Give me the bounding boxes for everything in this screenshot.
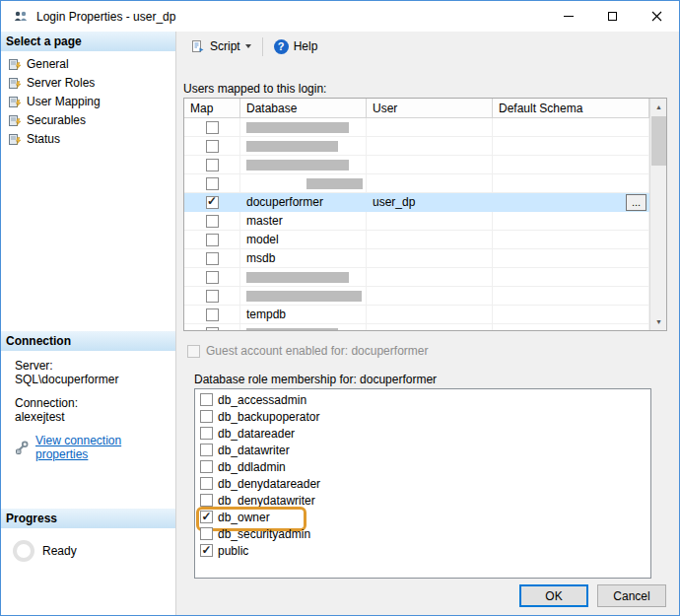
role-row-db_owner[interactable]: db_owner — [195, 509, 650, 525]
role-checkbox[interactable] — [200, 410, 213, 423]
maximize-button[interactable] — [590, 1, 635, 32]
column-header-database[interactable]: Database — [240, 99, 367, 117]
database-cell: master — [240, 212, 367, 231]
map-checkbox[interactable] — [206, 234, 219, 246]
column-header-user[interactable]: User — [367, 99, 493, 117]
mapping-row-model[interactable]: model — [184, 231, 649, 249]
map-checkbox[interactable] — [206, 159, 219, 171]
default-schema-cell — [493, 231, 649, 249]
sidebar-item-status[interactable]: Status — [1, 129, 175, 148]
role-row-db_datareader[interactable]: db_datareader — [195, 425, 650, 442]
sidebar-item-label: User Mapping — [27, 95, 101, 108]
help-button[interactable]: ? Help — [267, 35, 325, 58]
database-cell — [240, 174, 367, 193]
minimize-icon — [564, 16, 574, 17]
script-button-label: Script — [210, 39, 240, 53]
user-cell — [367, 118, 493, 137]
sidebar-item-securables[interactable]: Securables — [1, 110, 175, 129]
minimize-button[interactable] — [546, 1, 590, 32]
map-checkbox[interactable] — [206, 308, 219, 321]
user-mapping-table: Map Database User Default Schema docuper… — [183, 98, 667, 331]
role-row-db_datawriter[interactable]: db_datawriter — [195, 442, 650, 458]
view-connection-properties-link[interactable]: View connection properties — [35, 434, 168, 461]
sidebar-item-server-roles[interactable]: Server Roles — [1, 73, 175, 92]
mapping-row[interactable] — [184, 118, 649, 137]
map-checkbox[interactable] — [206, 290, 219, 303]
role-checkbox[interactable] — [200, 427, 213, 440]
mapping-row-docuperformer[interactable]: docuperformeruser_dp... — [184, 193, 649, 212]
scroll-down-arrow-icon[interactable]: ▼ — [650, 313, 667, 330]
role-checkbox[interactable] — [200, 494, 213, 507]
connection-value: alexejtest — [15, 410, 168, 424]
close-button[interactable] — [635, 1, 679, 32]
page-icon — [8, 132, 22, 146]
role-label: db_datawriter — [218, 444, 290, 457]
scrollbar-thumb[interactable] — [651, 116, 666, 166]
default-schema-cell — [493, 118, 649, 137]
role-label: db_datareader — [218, 427, 295, 441]
map-checkbox[interactable] — [206, 140, 219, 153]
role-row-db_backupoperator[interactable]: db_backupoperator — [195, 408, 650, 425]
default-schema-cell — [493, 287, 649, 306]
vertical-scrollbar[interactable]: ▲ ▼ — [649, 99, 666, 330]
dialog-body: Select a page GeneralServer RolesUser Ma… — [1, 32, 679, 615]
role-list: db_accessadmindb_backupoperatordb_datare… — [194, 388, 651, 579]
role-checkbox[interactable] — [200, 511, 213, 523]
role-checkbox[interactable] — [200, 477, 213, 490]
role-row-db_ddladmin[interactable]: db_ddladmin — [195, 458, 650, 475]
map-checkbox[interactable] — [206, 327, 219, 332]
role-checkbox[interactable] — [200, 527, 213, 540]
role-row-db_denydatawriter[interactable]: db_denydatawriter — [195, 492, 650, 509]
sidebar-item-user-mapping[interactable]: User Mapping — [1, 92, 175, 110]
map-cell — [184, 212, 240, 231]
role-checkbox[interactable] — [200, 544, 213, 557]
role-row-public[interactable]: public — [195, 542, 650, 559]
maximize-icon — [608, 12, 617, 21]
map-checkbox[interactable] — [206, 215, 219, 228]
default-schema-cell — [493, 156, 649, 174]
user-cell — [367, 324, 493, 331]
user-cell — [367, 137, 493, 156]
role-checkbox[interactable] — [200, 393, 213, 406]
mapping-row[interactable] — [184, 324, 649, 331]
role-label: db_owner — [218, 511, 270, 524]
connection-label: Connection: — [15, 396, 168, 410]
sidebar-item-label: Status — [27, 132, 60, 146]
map-cell — [184, 137, 240, 156]
mapping-row[interactable] — [184, 137, 649, 156]
map-checkbox[interactable] — [206, 271, 219, 284]
role-checkbox[interactable] — [200, 460, 213, 473]
guest-account-label: Guest account enabled for: docuperformer — [206, 344, 428, 358]
role-row-db_accessadmin[interactable]: db_accessadmin — [195, 391, 650, 408]
role-row-db_denydatareader[interactable]: db_denydatareader — [195, 475, 650, 492]
redacted-database-name — [246, 122, 349, 133]
mapping-row[interactable] — [184, 174, 649, 193]
script-button[interactable]: Script — [183, 35, 258, 58]
users-mapped-label: Users mapped to this login: — [183, 82, 666, 96]
page-icon — [8, 95, 22, 108]
mapping-row[interactable] — [184, 287, 649, 306]
column-header-default-schema[interactable]: Default Schema — [493, 99, 649, 117]
login-properties-window: Login Properties - user_dp Select a page… — [0, 0, 680, 616]
map-checkbox[interactable] — [206, 177, 219, 190]
mapping-row-msdb[interactable]: msdb — [184, 249, 649, 268]
map-checkbox[interactable] — [206, 252, 219, 265]
map-cell — [184, 174, 240, 193]
mapping-row-master[interactable]: master — [184, 212, 649, 231]
table-header-row: Map Database User Default Schema — [184, 99, 649, 118]
mapping-row[interactable] — [184, 268, 649, 287]
browse-default-schema-button[interactable]: ... — [626, 194, 646, 211]
help-icon: ? — [274, 39, 289, 54]
cancel-button[interactable]: Cancel — [597, 584, 666, 607]
sidebar-item-general[interactable]: General — [1, 54, 175, 73]
role-row-db_securityadmin[interactable]: db_securityadmin — [195, 525, 650, 542]
mapping-row[interactable] — [184, 156, 649, 174]
map-checkbox[interactable] — [206, 121, 219, 134]
mapping-row-tempdb[interactable]: tempdb — [184, 306, 649, 324]
select-a-page-header: Select a page — [1, 32, 175, 51]
column-header-map[interactable]: Map — [184, 99, 240, 117]
scroll-up-arrow-icon[interactable]: ▲ — [650, 99, 667, 115]
map-checkbox[interactable] — [206, 196, 219, 209]
role-checkbox[interactable] — [200, 444, 213, 456]
ok-button[interactable]: OK — [519, 584, 588, 607]
